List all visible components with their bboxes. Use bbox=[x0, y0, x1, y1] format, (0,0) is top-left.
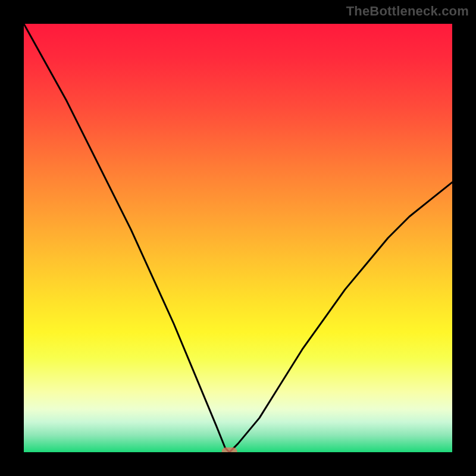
optimal-point-marker bbox=[222, 447, 237, 452]
bottleneck-curve bbox=[24, 24, 452, 452]
bottleneck-chart bbox=[24, 24, 452, 452]
watermark-text: TheBottleneck.com bbox=[346, 4, 469, 19]
chart-svg bbox=[24, 24, 452, 452]
